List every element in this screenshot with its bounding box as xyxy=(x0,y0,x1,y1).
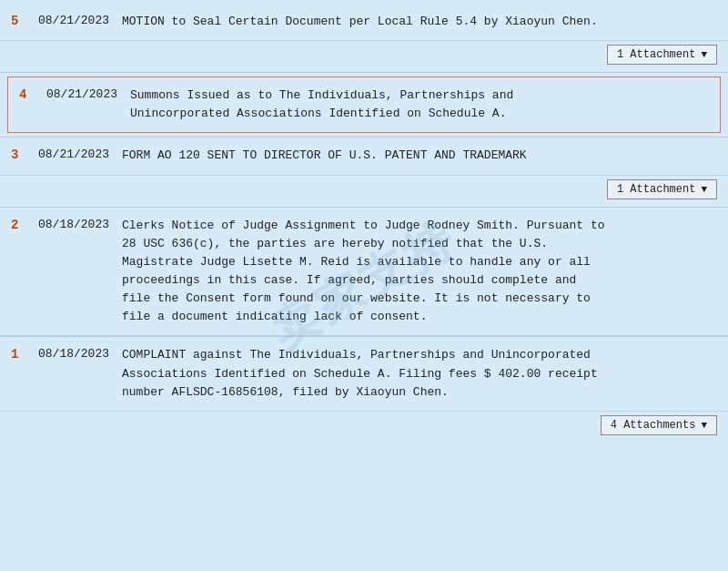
attachment-btn-row-3: 1 Attachment ▼ xyxy=(0,176,728,207)
row-text-1: COMPLAINT against The Individuals, Partn… xyxy=(122,346,717,401)
row-date-5: 08/21/2023 xyxy=(38,14,111,27)
row-text-3: FORM AO 120 SENT TO DIRECTOR OF U.S. PAT… xyxy=(122,147,717,165)
row-date-3: 08/21/2023 xyxy=(38,148,111,161)
attachment-button-1[interactable]: 4 Attachments ▼ xyxy=(601,415,717,435)
docket-table: 5 08/21/2023 MOTION to Seal Certain Docu… xyxy=(0,0,728,446)
row-number-1: 1 xyxy=(11,347,31,362)
attachment-label-3: 1 Attachment xyxy=(617,183,695,196)
attachment-label-5: 1 Attachment xyxy=(617,48,695,61)
attachment-arrow-1: ▼ xyxy=(701,420,707,431)
docket-row-5: 5 08/21/2023 MOTION to Seal Certain Docu… xyxy=(0,4,728,41)
row-text-4: Summons Issued as to The Individuals, Pa… xyxy=(130,87,709,123)
row-number-3: 3 xyxy=(11,148,31,162)
docket-row-3: 3 08/21/2023 FORM AO 120 SENT TO DIRECTO… xyxy=(0,138,728,175)
docket-row-4: 4 08/21/2023 Summons Issued as to The In… xyxy=(7,76,721,133)
docket-row-2: 2 08/18/2023 Clerks Notice of Judge Assi… xyxy=(0,208,728,337)
divider-5-4 xyxy=(0,72,728,73)
attachment-button-5[interactable]: 1 Attachment ▼ xyxy=(607,45,717,65)
row-text-5: MOTION to Seal Certain Document per Loca… xyxy=(122,13,717,31)
row-date-2: 08/18/2023 xyxy=(38,218,111,231)
attachment-btn-row-5: 1 Attachment ▼ xyxy=(0,41,728,72)
row-date-1: 08/18/2023 xyxy=(38,347,111,361)
row-date-4: 08/21/2023 xyxy=(46,87,119,101)
row-number-4: 4 xyxy=(19,87,39,102)
attachment-arrow-3: ▼ xyxy=(701,184,707,195)
row-number-2: 2 xyxy=(11,218,31,232)
attachment-label-1: 4 Attachments xyxy=(611,419,696,432)
row-text-2: Clerks Notice of Judge Assignment to Jud… xyxy=(122,217,717,327)
attachment-btn-row-1: 4 Attachments ▼ xyxy=(0,412,728,443)
attachment-button-3[interactable]: 1 Attachment ▼ xyxy=(607,179,717,199)
docket-row-1: 1 08/18/2023 COMPLAINT against The Indiv… xyxy=(0,337,728,411)
attachment-arrow-5: ▼ xyxy=(701,49,707,60)
row-number-5: 5 xyxy=(11,14,31,28)
